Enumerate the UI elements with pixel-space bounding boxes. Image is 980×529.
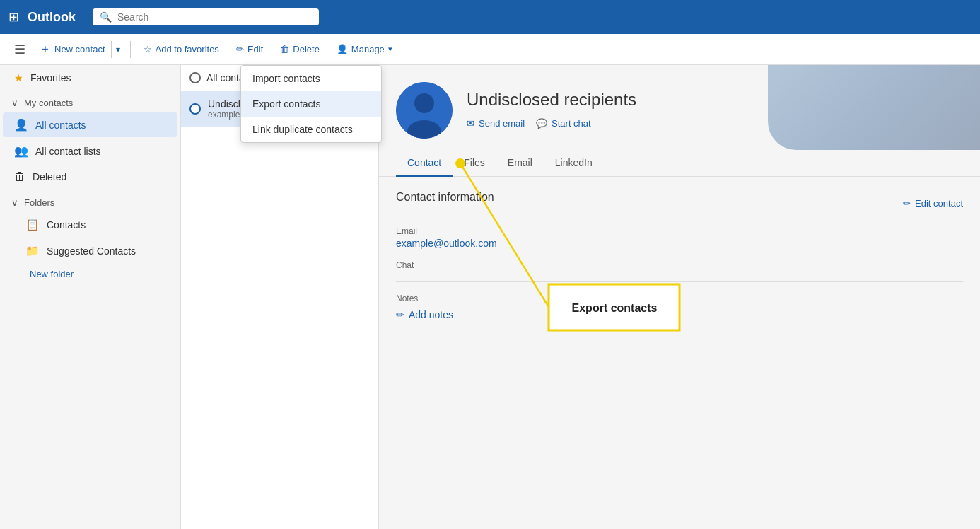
- email-field-label: Email: [396, 226, 963, 236]
- trash-icon: 🗑: [280, 44, 289, 54]
- new-contact-group: ＋ New contact ▾: [34, 38, 124, 60]
- topbar: ⊞ Outlook 🔍: [0, 0, 980, 34]
- contact-avatar: [396, 82, 453, 139]
- add-notes-button[interactable]: ✏ Add notes: [396, 309, 453, 320]
- detail-panel: Undisclosed recipients ✉ Send email 💬 St…: [379, 65, 980, 529]
- new-contact-label: New contact: [54, 44, 105, 54]
- chat-field-label: Chat: [396, 260, 963, 270]
- app-title: Outlook: [28, 10, 76, 25]
- toolbar-separator-1: [130, 41, 131, 58]
- send-email-button[interactable]: ✉ Send email: [467, 115, 525, 132]
- notes-label: Notes: [396, 293, 963, 303]
- chat-icon: 💬: [536, 118, 547, 129]
- main-layout: ★ Favorites ∨ My contacts 👤 All contacts…: [0, 65, 980, 529]
- detail-divider: [396, 281, 963, 282]
- select-all-radio[interactable]: [189, 72, 201, 83]
- search-box[interactable]: 🔍: [93, 8, 319, 25]
- tab-email[interactable]: Email: [496, 150, 544, 177]
- sidebar-item-suggested-contacts[interactable]: 📁 Suggested Contacts: [3, 238, 177, 263]
- email-field-group: Email example@outlook.com: [396, 226, 963, 249]
- toolbar: ☰ ＋ New contact ▾ ☆ Add to favorites ✏ E…: [0, 34, 980, 65]
- edit-icon: ✏: [236, 44, 244, 54]
- export-contacts-item[interactable]: Export contacts: [241, 91, 381, 117]
- trash2-icon: 🗑: [14, 170, 25, 183]
- new-contact-dropdown-button[interactable]: ▾: [111, 41, 124, 58]
- avatar-svg: [396, 82, 453, 139]
- manage-chevron-icon: ▾: [388, 45, 392, 54]
- plus-icon: ＋: [40, 42, 51, 57]
- grid-icon[interactable]: ⊞: [8, 9, 19, 25]
- svg-point-1: [414, 93, 434, 113]
- delete-button[interactable]: 🗑 Delete: [273, 40, 327, 58]
- sidebar-item-contacts-folder[interactable]: 📋 Contacts: [3, 212, 177, 237]
- search-input[interactable]: [117, 11, 312, 23]
- edit-contact-button[interactable]: ✏ Edit contact: [903, 198, 963, 209]
- person-icon: 👤: [14, 118, 28, 132]
- link-duplicate-contacts-item[interactable]: Link duplicate contacts: [241, 117, 381, 142]
- tab-files[interactable]: Files: [453, 150, 496, 177]
- chevron-down2-icon: ∨: [11, 197, 18, 208]
- detail-background: [768, 65, 980, 150]
- sidebar-my-contacts-header[interactable]: ∨ My contacts: [0, 91, 180, 111]
- star-icon: ☆: [144, 44, 152, 54]
- chat-field-group: Chat: [396, 260, 963, 270]
- email-field-value[interactable]: example@outlook.com: [396, 238, 963, 249]
- star-filled-icon: ★: [14, 72, 23, 83]
- sidebar-item-favorites[interactable]: ★ Favorites: [3, 66, 177, 89]
- add-to-favorites-button[interactable]: ☆ Add to favorites: [136, 40, 226, 58]
- new-contact-button[interactable]: ＋ New contact: [34, 38, 111, 60]
- edit-button[interactable]: ✏ Edit: [229, 40, 270, 58]
- start-chat-button[interactable]: 💬 Start chat: [536, 115, 591, 132]
- manage-icon: 👤: [337, 44, 348, 54]
- contact-select-radio[interactable]: [189, 103, 201, 115]
- sidebar-item-all-contact-lists[interactable]: 👥 All contact lists: [3, 139, 177, 163]
- tab-contact[interactable]: Contact: [396, 150, 453, 177]
- detail-tabs: Contact Files Email LinkedIn: [379, 150, 980, 177]
- manage-button[interactable]: 👤 Manage ▾: [329, 40, 399, 58]
- import-contacts-item[interactable]: Import contacts: [241, 66, 381, 91]
- pencil-icon: ✏: [903, 198, 911, 209]
- sidebar-item-all-contacts[interactable]: 👤 All contacts: [3, 112, 177, 137]
- manage-dropdown: Import contacts Export contacts Link dup…: [240, 65, 382, 143]
- notes-icon: ✏: [396, 309, 404, 320]
- folder-icon: 📋: [14, 218, 40, 231]
- sidebar-item-deleted[interactable]: 🗑 Deleted: [3, 165, 177, 189]
- tab-linkedin[interactable]: LinkedIn: [544, 150, 604, 177]
- contact-information-title: Contact information: [396, 191, 494, 204]
- search-icon: 🔍: [100, 11, 112, 23]
- email-icon: ✉: [467, 118, 474, 129]
- suggested-folder-icon: 📁: [14, 244, 40, 257]
- list-icon: 👥: [14, 144, 28, 158]
- sidebar-folders-header[interactable]: ∨ Folders: [0, 190, 180, 211]
- sidebar: ★ Favorites ∨ My contacts 👤 All contacts…: [0, 65, 181, 529]
- detail-content: Contact information ✏ Edit contact Email…: [379, 177, 980, 335]
- sidebar-new-folder[interactable]: New folder: [0, 264, 180, 284]
- chevron-down-icon: ∨: [11, 98, 18, 108]
- hamburger-icon[interactable]: ☰: [8, 39, 31, 60]
- contact-info-section-header: Contact information ✏ Edit contact: [396, 191, 963, 215]
